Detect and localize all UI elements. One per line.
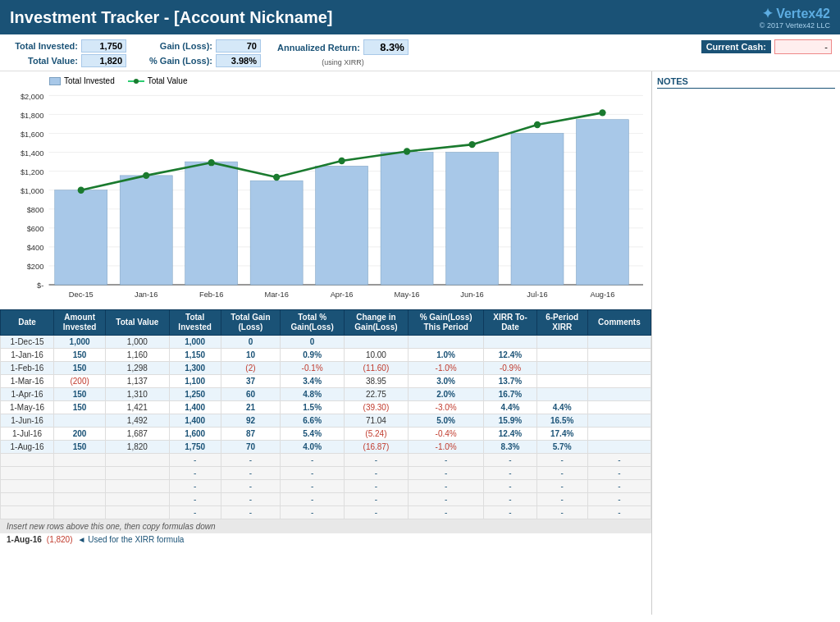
svg-text:Feb-16: Feb-16 — [199, 290, 223, 299]
table-row: 1-Mar-16(200)1,1371,100373.4%38.953.0%13… — [1, 375, 651, 388]
total-value-value: 1,820 — [81, 54, 126, 67]
table-row: 1-Dec-151,0001,0001,00000 — [1, 336, 651, 349]
copyright: © 2017 Vertex42 LLC — [760, 21, 830, 30]
footer-xirr-text: ◄ Used for the XIRR formula — [77, 535, 184, 544]
svg-text:Apr-16: Apr-16 — [331, 290, 354, 299]
svg-rect-26 — [316, 166, 368, 285]
col-gain-loss: Total Gain(Loss) — [221, 310, 281, 336]
svg-text:$1,600: $1,600 — [21, 130, 43, 139]
table-row: 1-Jun-161,4921,400926.6%71.045.0%15.9%16… — [1, 414, 651, 428]
table-row-empty: -------- — [1, 506, 651, 519]
chart-area: Total Invested Total Value $2,000 $1,800… — [0, 71, 651, 309]
footer-note: Insert new rows above this one, then cop… — [0, 519, 651, 533]
svg-rect-22 — [55, 190, 107, 285]
col-pct-period: % Gain(Loss)This Period — [408, 310, 484, 336]
header: Investment Tracker - [Account Nickname] … — [0, 0, 840, 34]
right-panel: NOTES — [651, 71, 840, 615]
svg-point-35 — [338, 158, 345, 164]
chart-legend: Total Invested Total Value — [49, 76, 643, 85]
left-panel: Total Invested Total Value $2,000 $1,800… — [0, 71, 651, 615]
data-table: Date AmountInvested Total Value TotalInv… — [0, 309, 651, 519]
pct-gain-row: % Gain (Loss): 3.98% — [143, 54, 261, 67]
svg-text:Jul-16: Jul-16 — [527, 290, 547, 299]
notes-label: NOTES — [657, 76, 835, 89]
legend-line-icon — [128, 80, 144, 82]
table-row: 1-Jul-162001,6871,600875.4%(5.24)-0.4%12… — [1, 428, 651, 441]
pct-gain-label: % Gain (Loss): — [143, 56, 212, 66]
table-row: 1-Apr-161501,3101,250604.8%22.752.0%16.7… — [1, 388, 651, 401]
svg-text:$1,400: $1,400 — [21, 149, 43, 158]
logo-area: ✦ Vertex42 © 2017 Vertex42 LLC — [760, 6, 830, 30]
total-invested-value: 1,750 — [81, 39, 126, 53]
gain-loss-label: Gain (Loss): — [143, 41, 212, 51]
svg-text:$-: $- — [37, 281, 43, 290]
svg-text:$1,000: $1,000 — [21, 187, 43, 195]
total-invested-row: Total Invested: 1,750 — [8, 39, 126, 53]
svg-rect-27 — [381, 153, 433, 285]
col-amount: AmountInvested — [54, 310, 106, 336]
svg-point-34 — [273, 174, 280, 181]
col-total-invested: TotalInvested — [169, 310, 221, 336]
svg-point-38 — [534, 121, 541, 128]
svg-text:Mar-16: Mar-16 — [264, 290, 288, 299]
summary-annualized: Annualized Return: 8.3% (using XIRR) — [277, 39, 409, 66]
cash-row: Current Cash: — [701, 39, 832, 54]
footer-value: (1,820) — [47, 535, 73, 544]
svg-rect-30 — [576, 120, 628, 285]
gain-loss-row: Gain (Loss): 70 — [143, 39, 261, 53]
using-xirr: (using XIRR) — [322, 58, 364, 66]
table-row: 1-Feb-161501,2981,300(2)-0.1%(11.60)-1.0… — [1, 362, 651, 375]
summary-left: Total Invested: 1,750 Total Value: 1,820 — [8, 39, 126, 67]
main-content: Total Invested Total Value $2,000 $1,800… — [0, 71, 840, 615]
col-change: Change inGain(Loss) — [345, 310, 409, 336]
footer-date: 1-Aug-16 — [7, 535, 42, 544]
chart-svg: $2,000 $1,800 $1,600 $1,400 $1,200 $1,00… — [8, 89, 643, 302]
annualized-row: Annualized Return: 8.3% — [277, 39, 409, 55]
svg-point-39 — [599, 109, 605, 116]
svg-text:$1,800: $1,800 — [21, 112, 43, 120]
legend-bar-icon — [49, 77, 61, 85]
legend-line-item: Total Value — [128, 76, 188, 85]
svg-text:$800: $800 — [27, 206, 44, 214]
legend-line-label: Total Value — [148, 76, 188, 85]
table-section: Date AmountInvested Total Value TotalInv… — [0, 309, 651, 615]
col-total-value: Total Value — [106, 310, 170, 336]
svg-text:$1,200: $1,200 — [21, 168, 43, 176]
svg-text:Dec-15: Dec-15 — [69, 290, 94, 299]
col-xirr: XIRR To-Date — [484, 310, 536, 336]
table-row-empty: -------- — [1, 454, 651, 467]
logo-text: ✦ Vertex42 — [762, 6, 830, 21]
notes-input[interactable] — [657, 92, 835, 610]
svg-rect-25 — [250, 181, 303, 285]
cash-section: Current Cash: — [701, 39, 832, 54]
summary-section: Total Invested: 1,750 Total Value: 1,820… — [0, 34, 840, 71]
svg-text:$600: $600 — [27, 225, 44, 233]
svg-text:Jan-16: Jan-16 — [135, 290, 158, 299]
table-row-empty: -------- — [1, 467, 651, 480]
annualized-label: Annualized Return: — [277, 43, 360, 53]
pct-gain-value: 3.98% — [216, 54, 261, 67]
gain-loss-value: 70 — [216, 39, 261, 53]
svg-text:Jun-16: Jun-16 — [460, 290, 483, 299]
svg-text:May-16: May-16 — [395, 290, 420, 299]
svg-rect-24 — [185, 162, 238, 285]
table-row: 1-May-161501,4211,400211.5%(39.30)-3.0%4… — [1, 401, 651, 414]
svg-text:Aug-16: Aug-16 — [590, 290, 614, 299]
total-value-row: Total Value: 1,820 — [8, 54, 126, 67]
legend-bar-label: Total Invested — [64, 76, 115, 85]
svg-text:$400: $400 — [27, 244, 44, 252]
svg-text:$200: $200 — [27, 263, 44, 271]
col-pct-gain: Total %Gain(Loss) — [281, 310, 345, 336]
svg-point-32 — [143, 172, 149, 179]
cash-input[interactable] — [774, 39, 832, 54]
footer-xirr: 1-Aug-16 (1,820) ◄ Used for the XIRR for… — [0, 533, 651, 546]
col-xirr6: 6-PeriodXIRR — [536, 310, 587, 336]
svg-rect-29 — [511, 134, 564, 286]
page-title: Investment Tracker - [Account Nickname] — [10, 8, 332, 27]
svg-rect-28 — [446, 153, 499, 285]
svg-point-36 — [404, 148, 410, 154]
svg-text:$2,000: $2,000 — [21, 93, 43, 101]
annualized-value: 8.3% — [363, 39, 409, 55]
svg-point-37 — [468, 141, 475, 148]
svg-point-33 — [208, 159, 215, 166]
